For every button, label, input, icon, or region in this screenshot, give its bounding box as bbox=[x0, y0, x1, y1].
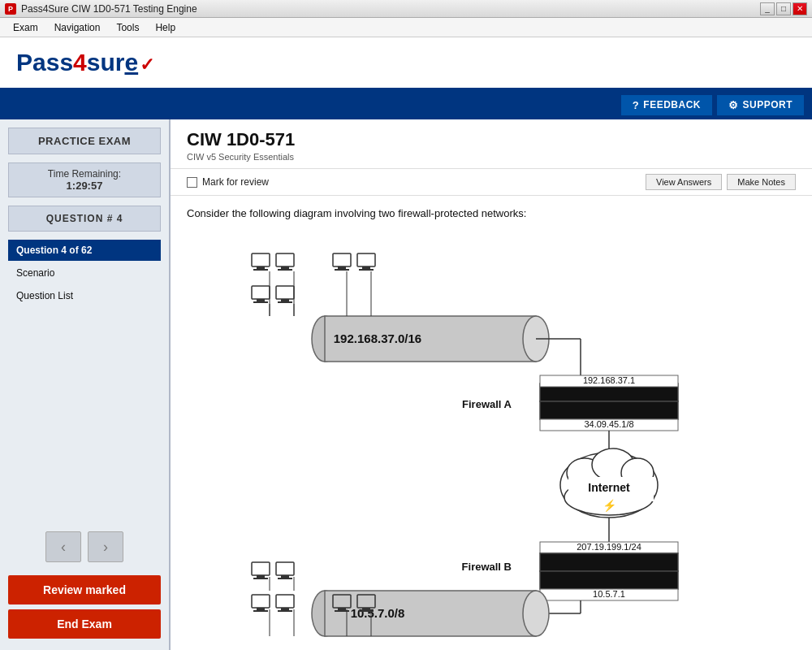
svg-rect-5 bbox=[278, 269, 292, 271]
ip-bottom1-label: 207.19.199.1/24 bbox=[577, 542, 641, 552]
svg-rect-55 bbox=[276, 595, 294, 608]
svg-rect-10 bbox=[281, 299, 289, 301]
title-bar: P Pass4Sure CIW 1D0-571 Testing Engine _… bbox=[0, 0, 812, 18]
ip-bottom2-label: 10.5.7.1 bbox=[593, 589, 625, 599]
main-layout: PRACTICE EXAM Time Remaining: 1:29:57 QU… bbox=[0, 119, 812, 650]
close-button[interactable]: ✕ bbox=[793, 2, 807, 15]
question-num-label: QUESTION # 4 bbox=[8, 206, 161, 232]
top-right-computers bbox=[333, 254, 375, 271]
svg-rect-15 bbox=[357, 254, 375, 266]
end-exam-button[interactable]: End Exam bbox=[8, 609, 161, 639]
svg-rect-3 bbox=[276, 254, 294, 266]
svg-rect-53 bbox=[257, 608, 265, 610]
bottom-left-computers bbox=[252, 562, 294, 612]
svg-rect-49 bbox=[276, 562, 294, 575]
firewall-b-label: Firewall B bbox=[462, 561, 512, 573]
svg-rect-39 bbox=[540, 571, 678, 589]
content-toolbar: Mark for review View Answers Make Notes bbox=[171, 169, 812, 196]
minimize-button[interactable]: _ bbox=[760, 2, 775, 15]
svg-rect-14 bbox=[335, 269, 349, 271]
svg-rect-48 bbox=[253, 578, 268, 579]
svg-text:⚡: ⚡ bbox=[603, 499, 617, 513]
sidebar-item-question-list[interactable]: Question List bbox=[8, 285, 161, 306]
ip-top2-label: 34.09.45.1/8 bbox=[584, 419, 633, 429]
mark-review-text: Mark for review bbox=[202, 176, 269, 188]
svg-rect-13 bbox=[338, 266, 346, 269]
toolbar-right: View Answers Make Notes bbox=[646, 174, 796, 190]
firewall-a-label: Firewall A bbox=[462, 398, 512, 410]
svg-rect-54 bbox=[253, 610, 268, 612]
internet-cloud: Internet ⚡ bbox=[560, 448, 658, 518]
sidebar: PRACTICE EXAM Time Remaining: 1:29:57 QU… bbox=[0, 119, 171, 650]
mark-review-checkbox[interactable] bbox=[187, 177, 197, 188]
svg-rect-52 bbox=[252, 595, 270, 608]
menu-tools[interactable]: Tools bbox=[110, 20, 145, 35]
window-controls: _ □ ✕ bbox=[760, 2, 807, 15]
bottom-buttons: Review marked End Exam bbox=[0, 575, 169, 650]
menu-exam[interactable]: Exam bbox=[6, 20, 45, 35]
support-icon: ⚙ bbox=[728, 99, 739, 111]
time-box: Time Remaining: 1:29:57 bbox=[8, 162, 161, 197]
ip-top1-label: 192.168.37.1 bbox=[583, 375, 635, 385]
app-icon: P bbox=[5, 3, 16, 15]
menu-navigation[interactable]: Navigation bbox=[48, 20, 107, 35]
exam-subtitle: CIW v5 Security Essentials bbox=[187, 152, 796, 162]
feedback-icon: ? bbox=[633, 99, 639, 111]
svg-rect-50 bbox=[281, 575, 289, 578]
svg-rect-59 bbox=[338, 608, 346, 610]
svg-rect-46 bbox=[252, 562, 270, 575]
svg-rect-11 bbox=[278, 301, 292, 303]
menu-bar: Exam Navigation Tools Help bbox=[0, 18, 812, 37]
svg-rect-8 bbox=[253, 301, 268, 303]
sidebar-item-scenario[interactable]: Scenario bbox=[8, 262, 161, 284]
review-marked-button[interactable]: Review marked bbox=[8, 575, 161, 604]
time-remaining-label: Time Remaining: bbox=[14, 168, 155, 180]
svg-rect-56 bbox=[281, 608, 289, 610]
maximize-button[interactable]: □ bbox=[776, 2, 791, 15]
svg-rect-1 bbox=[257, 266, 265, 269]
mark-review-label[interactable]: Mark for review bbox=[187, 176, 269, 188]
window-title: Pass4Sure CIW 1D0-571 Testing Engine bbox=[21, 3, 760, 15]
next-button[interactable]: › bbox=[88, 531, 123, 562]
question-text: Consider the following diagram involving… bbox=[187, 206, 796, 222]
support-button[interactable]: ⚙ SUPPORT bbox=[717, 95, 804, 115]
action-bar: ? FEEDBACK ⚙ SUPPORT bbox=[0, 90, 812, 119]
diagram-svg: 192.168.37.0/16 192.168.37.1 34.09.45.1/… bbox=[215, 233, 767, 639]
svg-rect-16 bbox=[362, 266, 370, 269]
nav-buttons: ‹ › bbox=[0, 518, 169, 575]
network-top-label: 192.168.37.0/16 bbox=[334, 332, 421, 345]
internet-label: Internet bbox=[588, 481, 630, 494]
logo-bar: Pass 4 sur e ✓ bbox=[0, 37, 812, 90]
content-area: CIW 1D0-571 CIW v5 Security Essentials M… bbox=[171, 119, 812, 650]
prev-button[interactable]: ‹ bbox=[45, 531, 81, 562]
view-answers-button[interactable]: View Answers bbox=[646, 174, 722, 190]
svg-rect-6 bbox=[252, 286, 270, 299]
svg-point-45 bbox=[523, 591, 549, 636]
menu-help[interactable]: Help bbox=[149, 20, 182, 35]
svg-rect-51 bbox=[278, 578, 292, 579]
practice-exam-label: PRACTICE EXAM bbox=[8, 128, 161, 154]
svg-rect-9 bbox=[276, 286, 294, 299]
make-notes-button[interactable]: Make Notes bbox=[727, 174, 796, 190]
svg-rect-4 bbox=[281, 266, 289, 269]
svg-rect-62 bbox=[362, 608, 370, 610]
svg-rect-7 bbox=[257, 299, 265, 301]
svg-rect-17 bbox=[359, 269, 374, 271]
svg-rect-0 bbox=[252, 254, 270, 266]
time-value: 1:29:57 bbox=[14, 180, 155, 192]
network-diagram: 192.168.37.0/16 192.168.37.1 34.09.45.1/… bbox=[187, 233, 796, 639]
feedback-button[interactable]: ? FEEDBACK bbox=[621, 95, 712, 115]
question-content[interactable]: Consider the following diagram involving… bbox=[171, 196, 812, 650]
top-left-computers bbox=[252, 254, 294, 303]
svg-rect-25 bbox=[540, 401, 678, 419]
logo: Pass 4 sur e ✓ bbox=[16, 49, 154, 76]
content-header: CIW 1D0-571 CIW v5 Security Essentials bbox=[171, 119, 812, 169]
svg-rect-47 bbox=[257, 575, 265, 578]
sidebar-item-question[interactable]: Question 4 of 62 bbox=[8, 240, 161, 261]
exam-title: CIW 1D0-571 bbox=[187, 129, 796, 150]
svg-rect-2 bbox=[253, 269, 268, 271]
svg-rect-38 bbox=[540, 553, 678, 571]
svg-rect-12 bbox=[333, 254, 351, 266]
svg-rect-57 bbox=[278, 610, 292, 612]
